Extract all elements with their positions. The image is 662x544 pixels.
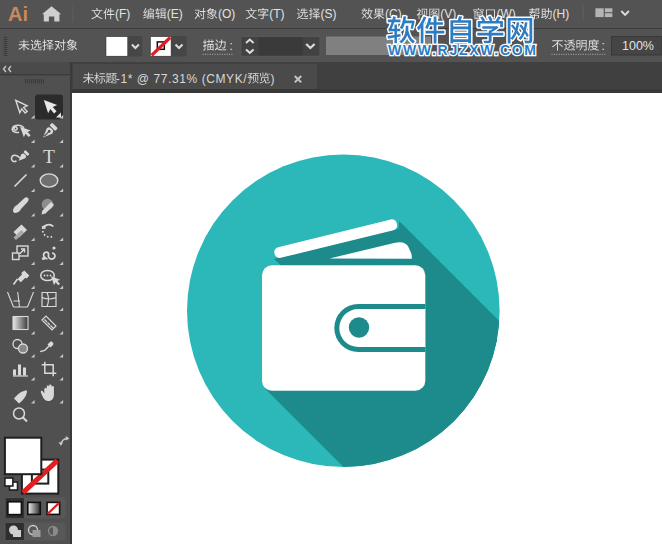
svg-text:(E): (E) — [167, 7, 183, 21]
svg-text:Ai: Ai — [8, 3, 28, 25]
svg-text:T: T — [43, 146, 55, 167]
svg-text:-1* @ 77.31% (CMYK/: -1* @ 77.31% (CMYK/ — [116, 72, 247, 86]
svg-text:): ) — [270, 72, 274, 86]
svg-text:(O): (O) — [218, 7, 235, 21]
svg-text:WWW.RJZXW.COM: WWW.RJZXW.COM — [388, 42, 536, 58]
svg-text::: : — [230, 39, 233, 53]
svg-text::: : — [602, 39, 605, 53]
svg-text:100%: 100% — [622, 39, 654, 53]
svg-text:(H): (H) — [553, 7, 570, 21]
svg-text:(F): (F) — [115, 7, 130, 21]
svg-text:(S): (S) — [320, 7, 336, 21]
svg-text:(T): (T) — [269, 7, 284, 21]
